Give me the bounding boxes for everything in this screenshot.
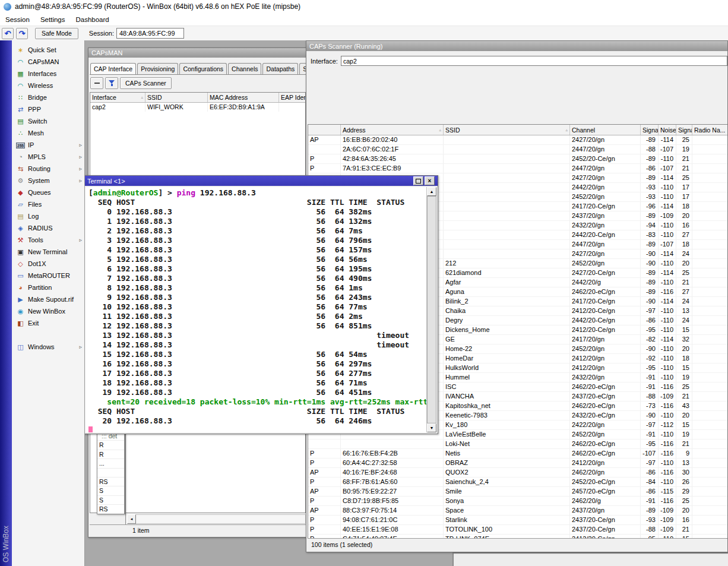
terminal-scrollbar[interactable]: ▲ ▼ — [426, 187, 436, 432]
column-header-Interface[interactable]: Interface▵ — [90, 93, 145, 102]
column-header-signa-[interactable]: Signa... — [641, 125, 659, 135]
sidebar-item-mpls[interactable]: ◔MPLS▹ — [12, 151, 84, 163]
sidebar-item-wireless[interactable]: ◠Wireless — [12, 80, 84, 91]
scanner-titlebar[interactable]: CAPs Scanner (Running) — [306, 41, 727, 51]
flag-row[interactable]: R — [97, 441, 124, 450]
session-field[interactable]: 48:A9:8A:95:FC:99 — [116, 28, 184, 39]
sidebar-item-dot1x[interactable]: ◇Dot1X — [12, 258, 84, 270]
scan-row[interactable]: P42:84:6A:35:26:452452/20-Ce/gn-89-11021 — [308, 154, 727, 164]
column-header-SSID[interactable]: SSID — [145, 93, 208, 102]
scan-row[interactable]: P40:EE:15:E1:9E:08TOTOLINK_1002437/20-Ce… — [308, 525, 727, 535]
scroll-track[interactable] — [136, 514, 306, 524]
sidebar-item-interfaces[interactable]: ▦Interfaces — [12, 68, 84, 80]
sidebar-item-routing[interactable]: ⇆Routing▹ — [12, 163, 84, 175]
undo-button[interactable]: ↶ — [2, 28, 14, 39]
scan-row[interactable]: AP16:EB:B6:20:02:402427/20/gn-89-11425 — [308, 135, 727, 145]
sidebar-item-capsman[interactable]: ◠CAPsMAN — [12, 56, 84, 68]
scan-row[interactable]: APB0:95:75:E9:22:27Smile2457/20-eC/gn-86… — [308, 487, 727, 497]
sidebar-item-quick-set[interactable]: ∗Quick Set — [12, 44, 84, 56]
scroll-down-button[interactable]: ▼ — [427, 423, 436, 432]
cell: E6:EF:3D:B9:A1:9A — [208, 103, 279, 112]
column-header-EAP Ident...[interactable]: EAP Ident... — [279, 93, 305, 102]
tab-cap-interface[interactable]: CAP Interface — [90, 63, 136, 75]
column-header-radio-na-[interactable]: Radio Na... — [692, 125, 727, 135]
filter-button[interactable] — [105, 77, 118, 89]
sidebar-item-new-winbox[interactable]: ◉New WinBox — [12, 305, 84, 317]
cell-noise: -114 — [659, 173, 676, 182]
scan-row[interactable]: Loki-Net2462/20-eC/gn-95-11621 — [308, 439, 727, 449]
sidebar-item-files[interactable]: ▱Files — [12, 198, 84, 210]
tab-provisioning[interactable]: Provisioning — [137, 63, 178, 74]
capsman-horizontal-scrollbar[interactable]: ◂ — [127, 514, 306, 524]
os-titlebar[interactable]: admin@48:A9:8A:95:FC:99 (RouterOS) - Win… — [0, 0, 728, 13]
column-header-noise-[interactable]: Noise... — [659, 125, 676, 135]
terminal-body[interactable]: [admin@RouterOS] > ping 192.168.88.3 SEQ… — [86, 187, 436, 432]
cell-noise: -116 — [659, 468, 676, 477]
flag-row[interactable]: S — [97, 496, 124, 505]
sidebar-item-new-terminal[interactable]: ▣New Terminal — [12, 246, 84, 258]
scroll-thumb[interactable] — [427, 196, 436, 423]
caps-scanner-button[interactable]: CAPs Scanner — [120, 77, 172, 89]
column-header-ssid[interactable]: SSID▵ — [444, 125, 570, 135]
tab-channels[interactable]: Channels — [228, 63, 261, 74]
sidebar-item-ip[interactable]: 255IP▹ — [12, 139, 84, 151]
scan-row[interactable]: PC8:D7:19:8B:F5:85Sonya2462/20/g-91-1162… — [308, 497, 727, 506]
close-button[interactable]: × — [425, 176, 435, 185]
sidebar-item-make-supout-rif[interactable]: ▶Make Supout.rif — [12, 293, 84, 305]
sidebar-item-ppp[interactable]: ⇄PPP — [12, 103, 84, 115]
sidebar-item-tools[interactable]: ⚒Tools▹ — [12, 234, 84, 246]
sidebar-item-metarouter[interactable]: ▭MetaROUTER — [12, 270, 84, 282]
scan-row[interactable]: P94:08:C7:61:21:0CStarlink2437/20-Ce/gn-… — [308, 516, 727, 525]
sidebar-item-bridge[interactable]: ∷Bridge — [12, 91, 84, 103]
column-header-flags[interactable] — [308, 125, 341, 135]
scan-row[interactable]: P7A:91:E3:CE:EC:B92447/20/gn-86-10721 — [308, 164, 727, 173]
interface-input[interactable] — [341, 56, 727, 66]
tab-se[interactable]: Se — [299, 63, 306, 74]
scan-row[interactable]: P66:16:76:EB:F4:2BNetis2462/20-eC/gn-107… — [308, 449, 727, 459]
maximize-button[interactable] — [413, 176, 423, 185]
flag-row[interactable] — [97, 469, 124, 478]
scroll-left-button[interactable]: ◂ — [127, 514, 136, 524]
cell-ssid — [444, 249, 570, 258]
menu-item-settings[interactable]: Settings — [35, 15, 71, 24]
menu-item-dashboard[interactable]: Dashboard — [70, 15, 114, 24]
scan-row[interactable]: 2A:6C:07:6C:02:1F2447/20/gn-88-10719 — [308, 145, 727, 154]
sidebar-item-radius[interactable]: ◈RADIUS — [12, 222, 84, 234]
table-row[interactable]: cap2WIFI_WORKE6:EF:3D:B9:A1:9A — [90, 103, 305, 112]
terminal-titlebar[interactable]: Terminal <1> × — [85, 176, 438, 186]
flag-row[interactable]: R — [97, 450, 124, 459]
column-header-MAC Address[interactable]: MAC Address — [208, 93, 279, 102]
redo-button[interactable]: ↷ — [16, 28, 28, 39]
tab-configurations[interactable]: Configurations — [179, 63, 227, 74]
sidebar-item-log[interactable]: ▤Log — [12, 210, 84, 222]
scan-row[interactable]: AP88:C3:97:F0:75:14Space2437/20/gn-89-10… — [308, 506, 727, 516]
sidebar-item-system[interactable]: ⚙System▹ — [12, 175, 84, 186]
scan-row[interactable]: P60:A4:4C:27:32:58OBRAZ2412/20/gn-97-110… — [308, 459, 727, 468]
flag-row[interactable]: ... — [97, 459, 124, 468]
remove-button[interactable] — [90, 77, 103, 89]
menu-item-session[interactable]: Session — [0, 15, 35, 24]
cell-ssid — [444, 240, 570, 249]
column-header-address[interactable]: Address▵ — [341, 125, 444, 135]
tab-datapaths[interactable]: Datapaths — [262, 63, 298, 74]
sidebar-item-windows[interactable]: ◫Windows▹ — [12, 341, 84, 353]
sidebar-item-label: Dot1X — [28, 260, 82, 267]
column-header-signa-[interactable]: Signa... — [676, 125, 692, 135]
sidebar-item-partition[interactable]: ◕Partition — [12, 282, 84, 293]
sidebar-item-exit[interactable]: ◧Exit — [12, 317, 84, 329]
column-header-channel[interactable]: Channel — [570, 125, 641, 135]
sidebar-item-switch[interactable]: ▤Switch — [12, 115, 84, 127]
sidebar-item-queues[interactable]: ◆Queues — [12, 186, 84, 198]
capsman-tabs: CAP InterfaceProvisioningConfigurationsC… — [90, 61, 306, 75]
cell-flags: P — [308, 525, 341, 534]
cell-radio-name — [692, 401, 727, 410]
scan-row[interactable]: P68:FF:7B:61:A5:60Saienchuk_2,42452/20-e… — [308, 478, 727, 487]
flag-row[interactable]: RS — [97, 505, 124, 514]
scroll-up-button[interactable]: ▲ — [427, 187, 436, 196]
flag-row[interactable]: S — [97, 486, 124, 495]
capsman-titlebar[interactable]: CAPsMAN — [88, 48, 307, 58]
scan-row[interactable]: AP40:16:7E:BF:24:68QUOX22462/20/gn-86-11… — [308, 468, 727, 478]
sidebar-item-mesh[interactable]: ∴Mesh — [12, 127, 84, 139]
safe-mode-button[interactable]: Safe Mode — [35, 28, 78, 39]
flag-row[interactable]: RS — [97, 478, 124, 486]
